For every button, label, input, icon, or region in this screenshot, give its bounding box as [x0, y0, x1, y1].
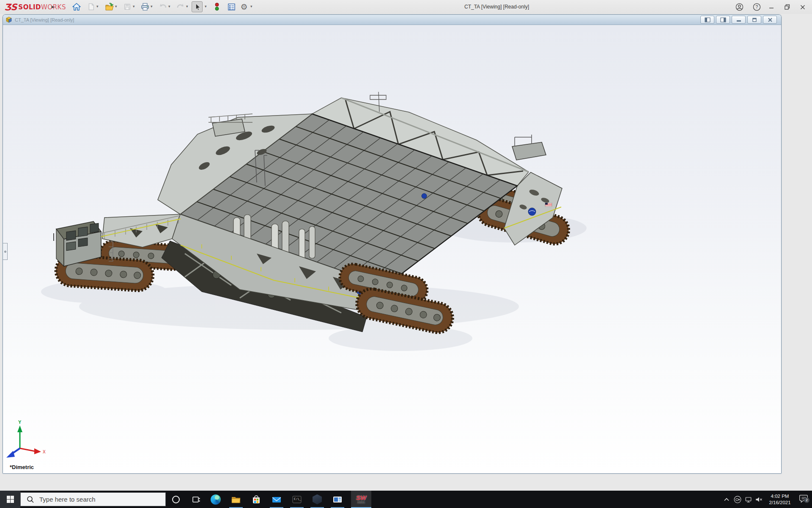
restore-icon: [784, 4, 790, 10]
gear-icon: ⚙: [240, 2, 247, 12]
taskbar-app-edge[interactable]: [206, 491, 226, 508]
terminal-icon: C:\_: [291, 494, 302, 505]
document-window-buttons: [700, 16, 777, 24]
splitter-dot-icon: [4, 251, 6, 253]
document-titlebar[interactable]: CT_TA [Viewing] [Read-only]: [3, 15, 781, 25]
collapse-left-pane-button[interactable]: [700, 16, 714, 24]
view-orientation-label: *Dimetric: [10, 464, 34, 470]
account-button[interactable]: [733, 2, 746, 12]
taskbar-app-window[interactable]: [327, 491, 348, 508]
help-button[interactable]: ?: [750, 2, 763, 12]
chevron-up-icon: [723, 496, 730, 503]
app-titlebar: ƷS SOLID WORKS ▸ ▾ ▾ ▾: [0, 0, 812, 14]
cortana-icon: [171, 495, 181, 504]
collapse-right-pane-icon: [720, 17, 727, 22]
select-tool-caret-icon[interactable]: ▾: [205, 4, 207, 8]
window-app-icon: [332, 494, 343, 505]
network-button[interactable]: [743, 491, 754, 508]
hexagon-app-icon: [313, 494, 322, 505]
edge-icon: [211, 494, 221, 505]
save-icon: [123, 3, 132, 11]
mail-icon: [271, 494, 282, 505]
svg-text:C:\_: C:\_: [294, 497, 302, 501]
new-document-button: [85, 1, 96, 12]
document-close-icon: [767, 17, 773, 22]
new-document-icon: [87, 3, 95, 11]
minimize-button[interactable]: [765, 2, 778, 12]
document-close-button[interactable]: [763, 16, 777, 24]
task-view-button[interactable]: [186, 491, 206, 508]
nasa-meatball-mid: [422, 193, 427, 199]
print-icon: [140, 2, 150, 11]
minimize-icon: [768, 4, 774, 10]
undo-icon: [158, 2, 167, 11]
rear-right-structure: [512, 135, 546, 160]
collapse-left-pane-icon: [704, 17, 711, 22]
taskbar-app-solidworks[interactable]: SW 2021: [351, 491, 371, 508]
notification-badge: 2: [804, 497, 809, 503]
taskbar-clock[interactable]: 4:02 PM 2/16/2021: [764, 491, 796, 508]
meet-now-button[interactable]: [732, 491, 743, 508]
solidworks-taskbar-icon: SW 2021: [356, 494, 366, 504]
taskbar-app-hexagon[interactable]: [307, 491, 327, 508]
home-icon: [72, 2, 81, 11]
notification-center-button[interactable]: 2: [797, 491, 810, 508]
taskbar: C:\_ SW 2021: [0, 491, 812, 508]
search-input[interactable]: [39, 496, 158, 503]
tray-chevron-button[interactable]: [721, 491, 732, 508]
select-tool-button[interactable]: [192, 1, 203, 12]
redo-caret-icon: ▾: [186, 4, 188, 8]
open-button[interactable]: [104, 1, 115, 12]
taskbar-app-store[interactable]: [246, 491, 266, 508]
crawler-transporter-model: [3, 25, 781, 474]
help-icon: ?: [753, 3, 761, 11]
taskbar-app-file-explorer[interactable]: [226, 491, 246, 508]
start-button[interactable]: [0, 491, 20, 508]
nasa-meatball-right: [528, 208, 536, 215]
volume-muted-icon: [754, 495, 763, 504]
select-cursor-icon: [193, 3, 201, 11]
svg-text:?: ?: [755, 5, 758, 9]
restore-button[interactable]: [781, 2, 793, 12]
task-view-icon: [192, 495, 201, 504]
print-button[interactable]: [140, 1, 151, 12]
save-button: [122, 1, 133, 12]
graphics-viewport[interactable]: Y X *Dimetric: [3, 25, 781, 474]
taskbar-search[interactable]: [20, 492, 166, 506]
taskbar-app-mail[interactable]: [266, 491, 287, 508]
stoplight-button[interactable]: [211, 1, 222, 12]
print-caret-icon[interactable]: ▾: [151, 4, 153, 8]
options-gear-button[interactable]: ⚙: [239, 1, 250, 12]
taskbar-app-terminal[interactable]: C:\_: [287, 491, 307, 508]
document-restore-button[interactable]: [747, 16, 761, 24]
solidworks-logo: ƷS SOLID WORKS: [4, 2, 66, 12]
open-caret-icon[interactable]: ▾: [115, 4, 117, 8]
save-caret-icon: ▾: [133, 4, 135, 8]
new-document-caret-icon[interactable]: ▾: [96, 4, 99, 8]
stoplight-icon: [213, 2, 221, 11]
menu-expand-arrow-icon[interactable]: ▸: [52, 3, 55, 10]
meet-now-camera-icon: [733, 495, 742, 504]
collapse-right-pane-button[interactable]: [716, 16, 730, 24]
cortana-button[interactable]: [166, 491, 186, 508]
clock-time: 4:02 PM: [764, 493, 796, 500]
account-icon: [735, 3, 743, 11]
feature-pane-splitter[interactable]: [3, 243, 8, 260]
redo-button: [175, 1, 186, 12]
close-button[interactable]: [796, 2, 809, 12]
app-title: CT_TA [Viewing] [Read-only]: [464, 4, 529, 10]
checklist-icon: [227, 3, 236, 11]
close-icon: [800, 4, 806, 10]
document-minimize-button[interactable]: [732, 16, 746, 24]
home-button[interactable]: [71, 1, 82, 12]
document-minimize-icon: [736, 17, 742, 22]
redo-icon: [176, 2, 185, 11]
options-caret-icon[interactable]: ▾: [250, 4, 252, 8]
volume-button[interactable]: [753, 491, 764, 508]
document-title: CT_TA [Viewing] [Read-only]: [15, 17, 74, 22]
search-icon: [27, 496, 34, 503]
us-flag-right: [545, 203, 552, 207]
undo-button: [157, 1, 168, 12]
checklist-button[interactable]: [226, 1, 237, 12]
clock-date: 2/16/2021: [764, 500, 796, 506]
